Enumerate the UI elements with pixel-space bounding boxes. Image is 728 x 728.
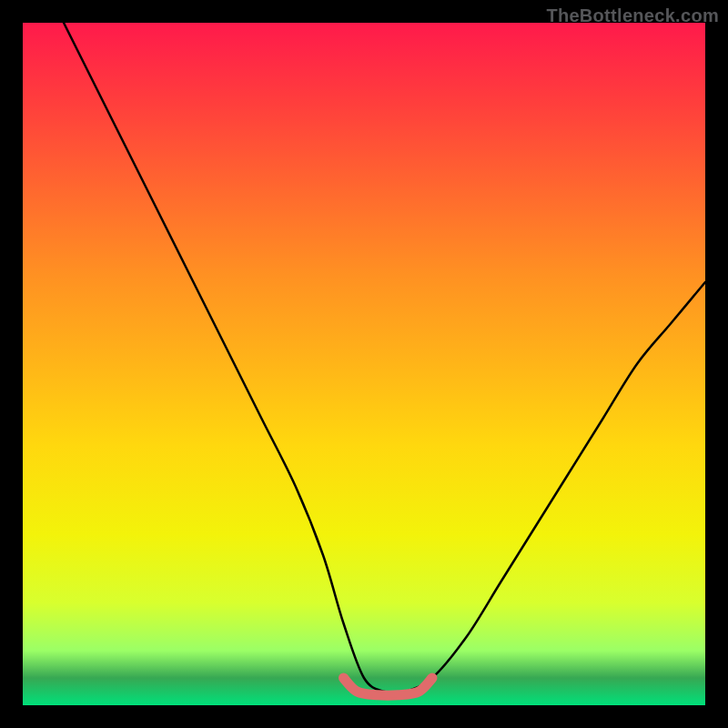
chart-frame: TheBottleneck.com [0,0,728,728]
watermark-text: TheBottleneck.com [546,5,719,26]
curve-group [64,23,705,695]
bottleneck-curve [64,23,705,693]
chart-svg [23,23,705,705]
optimal-band [344,678,433,695]
plot-area [23,23,705,705]
